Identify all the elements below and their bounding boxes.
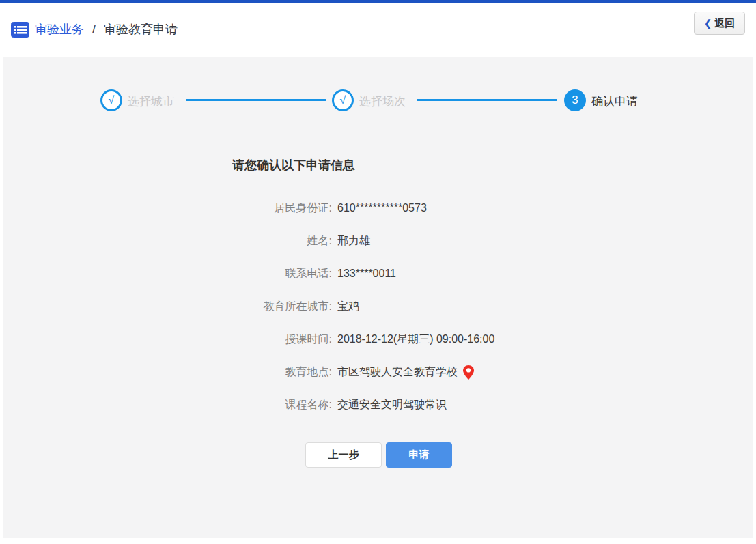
location-text: 市区驾驶人安全教育学校 bbox=[337, 365, 458, 380]
field-value: 宝鸡 bbox=[337, 300, 359, 314]
form-row-class-time: 授课时间: 2018-12-12(星期三) 09:00-16:00 bbox=[3, 323, 753, 356]
dashed-divider bbox=[229, 186, 602, 186]
step-3-circle: 3 bbox=[564, 89, 586, 111]
field-label: 姓名: bbox=[3, 234, 332, 248]
field-label: 教育地点: bbox=[3, 365, 332, 380]
field-label: 教育所在城市: bbox=[3, 300, 332, 314]
page-header: 审验业务 / 审验教育申请 ❮ 返回 bbox=[0, 3, 756, 56]
confirm-form: 居民身份证: 610***********0573 姓名: 邢力雄 联系电话: … bbox=[3, 192, 753, 421]
page-subtitle: 审验教育申请 bbox=[104, 21, 178, 38]
apply-button[interactable]: 申请 bbox=[386, 442, 452, 468]
field-label: 授课时间: bbox=[3, 332, 332, 347]
chevron-left-icon: ❮ bbox=[704, 18, 712, 29]
step-1-circle: √ bbox=[100, 89, 122, 111]
check-icon: √ bbox=[340, 94, 346, 106]
step-connector-2 bbox=[417, 99, 557, 101]
field-value: 133****0011 bbox=[337, 268, 396, 280]
field-value: 2018-12-12(星期三) 09:00-16:00 bbox=[337, 332, 494, 347]
form-row-location: 教育地点: 市区驾驶人安全教育学校 bbox=[3, 356, 753, 388]
form-row-course: 课程名称: 交通安全文明驾驶常识 bbox=[3, 388, 753, 421]
field-value: 邢力雄 bbox=[337, 234, 370, 248]
form-row-phone: 联系电话: 133****0011 bbox=[3, 257, 753, 290]
breadcrumb-separator: / bbox=[92, 23, 96, 37]
page-title: 审验业务 bbox=[35, 21, 84, 38]
list-icon bbox=[11, 22, 29, 38]
breadcrumb: 审验业务 / 审验教育申请 bbox=[11, 21, 178, 38]
field-value: 交通安全文明驾驶常识 bbox=[337, 398, 447, 412]
step-3-label: 确认申请 bbox=[591, 94, 638, 109]
form-row-id-card: 居民身份证: 610***********0573 bbox=[3, 192, 753, 225]
form-row-city: 教育所在城市: 宝鸡 bbox=[3, 290, 753, 323]
step-2-circle: √ bbox=[332, 89, 354, 111]
previous-step-button[interactable]: 上一步 bbox=[305, 442, 382, 468]
back-button[interactable]: ❮ 返回 bbox=[694, 12, 745, 35]
field-value: 610***********0573 bbox=[337, 202, 427, 214]
check-icon: √ bbox=[109, 94, 115, 106]
step-number: 3 bbox=[572, 94, 578, 107]
field-value: 市区驾驶人安全教育学校 bbox=[337, 365, 474, 380]
back-button-label: 返回 bbox=[714, 17, 735, 30]
content-panel: √ 选择城市 √ 选择场次 3 确认申请 请您确认以下申请信息 居民身份证: 6… bbox=[3, 57, 753, 538]
step-connector-1 bbox=[186, 99, 326, 101]
field-label: 联系电话: bbox=[3, 267, 332, 281]
form-row-name: 姓名: 邢力雄 bbox=[3, 225, 753, 257]
step-1-label: 选择城市 bbox=[128, 94, 174, 109]
field-label: 居民身份证: bbox=[3, 201, 332, 216]
field-label: 课程名称: bbox=[3, 398, 332, 412]
location-pin-icon[interactable] bbox=[463, 365, 474, 380]
confirm-heading: 请您确认以下申请信息 bbox=[232, 157, 355, 173]
step-2-label: 选择场次 bbox=[359, 94, 406, 109]
